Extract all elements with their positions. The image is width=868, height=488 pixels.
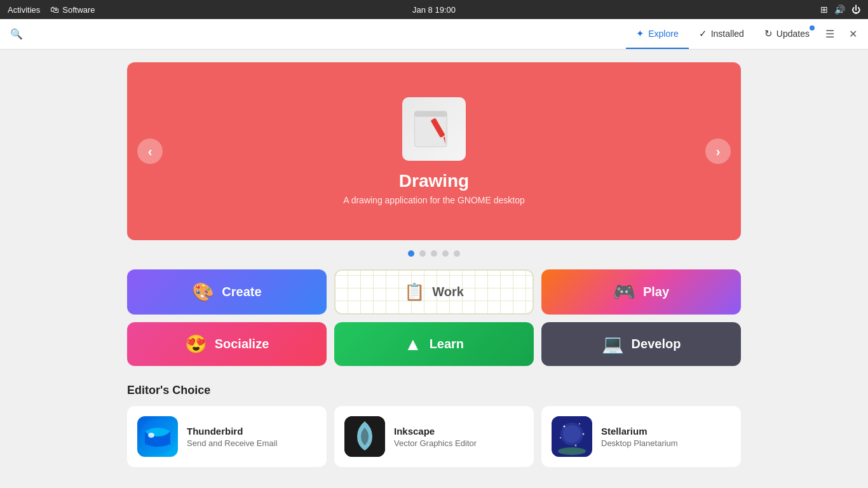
category-socialize[interactable]: 😍 Socialize [127, 322, 327, 366]
svg-point-14 [575, 445, 577, 447]
dot-5[interactable] [454, 250, 460, 257]
thunderbird-desc: Send and Receive Email [187, 438, 277, 448]
inkscape-info: Inkscape Vector Graphics Editor [394, 426, 477, 448]
hero-carousel: ‹ Drawing A drawing application for the … [127, 62, 741, 240]
create-label: Create [222, 285, 261, 299]
tab-updates[interactable]: ↻ Updates [754, 19, 820, 49]
category-create[interactable]: 🎨 Create [127, 269, 327, 315]
tab-explore[interactable]: ✦ Explore [626, 19, 688, 49]
software-icon: 🛍 [50, 4, 59, 15]
power-icon: ⏻ [851, 4, 860, 15]
system-bar-left: Activities 🛍 Software [8, 4, 95, 15]
search-icon: 🔍 [10, 28, 23, 40]
editors-choice-grid: Thunderbird Send and Receive Email Inksc… [127, 406, 741, 467]
develop-label: Develop [632, 337, 681, 351]
software-label: Software [62, 5, 95, 15]
explore-icon: ✦ [636, 28, 644, 39]
dot-2[interactable] [419, 250, 426, 257]
app-bar-right: ☰ ✕ [820, 24, 863, 44]
create-icon: 🎨 [192, 281, 214, 302]
svg-point-15 [558, 447, 586, 455]
thunderbird-icon [137, 416, 178, 457]
inkscape-name: Inkscape [394, 426, 477, 437]
socialize-icon: 😍 [185, 334, 207, 355]
category-develop[interactable]: 💻 Develop [541, 322, 741, 366]
category-work[interactable]: 📋 Work [334, 269, 534, 315]
main-content: ‹ Drawing A drawing application for the … [0, 50, 868, 488]
svg-point-5 [148, 433, 154, 438]
carousel-app-icon [402, 97, 466, 161]
inkscape-svg [344, 416, 385, 457]
thunderbird-info: Thunderbird Send and Receive Email [187, 426, 277, 448]
stellarium-info: Stellarium Desktop Planetarium [601, 426, 678, 448]
carousel-subtitle: A drawing application for the GNOME desk… [343, 195, 525, 205]
work-label: Work [432, 285, 464, 299]
svg-point-13 [560, 437, 561, 438]
app-card-thunderbird[interactable]: Thunderbird Send and Receive Email [127, 406, 327, 467]
system-bar-right: ⊞ 🔊 ⏻ [820, 4, 860, 15]
app-bar: 🔍 ✦ Explore ✓ Installed ↻ Updates ☰ ✕ [0, 19, 868, 50]
datetime: Jan 8 19:00 [412, 5, 456, 15]
play-label: Play [643, 285, 669, 299]
explore-label: Explore [648, 29, 678, 39]
updates-dot [810, 25, 815, 30]
learn-icon: ▲ [404, 334, 422, 355]
carousel-prev-button[interactable]: ‹ [137, 139, 163, 164]
network-icon: ⊞ [820, 4, 828, 15]
svg-point-10 [564, 426, 566, 428]
carousel-dots [127, 250, 741, 257]
app-card-stellarium[interactable]: Stellarium Desktop Planetarium [541, 406, 741, 467]
stellarium-name: Stellarium [601, 426, 678, 437]
volume-icon: 🔊 [834, 4, 845, 15]
updates-label: Updates [776, 29, 810, 39]
close-button[interactable]: ✕ [843, 24, 863, 44]
svg-point-9 [563, 425, 581, 443]
tab-installed[interactable]: ✓ Installed [689, 19, 754, 49]
carousel-title: Drawing [399, 171, 469, 191]
thunderbird-svg [137, 416, 178, 457]
nav-tabs: ✦ Explore ✓ Installed ↻ Updates [626, 19, 820, 49]
stellarium-desc: Desktop Planetarium [601, 438, 678, 448]
installed-label: Installed [711, 29, 744, 39]
menu-button[interactable]: ☰ [820, 24, 840, 44]
learn-label: Learn [430, 337, 464, 351]
develop-icon: 💻 [602, 334, 624, 355]
search-button[interactable]: 🔍 [5, 23, 28, 46]
socialize-label: Socialize [215, 337, 269, 351]
stellarium-svg [552, 416, 592, 457]
editors-choice-title: Editor's Choice [127, 384, 741, 397]
app-card-inkscape[interactable]: Inkscape Vector Graphics Editor [334, 406, 534, 467]
category-learn[interactable]: ▲ Learn [334, 322, 534, 366]
dot-4[interactable] [442, 250, 449, 257]
search-input[interactable] [28, 29, 626, 39]
editors-choice-section: Editor's Choice Thunderbird Send and Rec… [127, 384, 741, 467]
activities-button[interactable]: Activities [8, 5, 40, 15]
inkscape-icon [344, 416, 385, 457]
category-grid: 🎨 Create 📋 Work 🎮 Play 😍 Socialize ▲ Lea… [127, 269, 741, 366]
svg-rect-1 [414, 111, 447, 117]
inkscape-desc: Vector Graphics Editor [394, 438, 477, 448]
dot-1[interactable] [408, 250, 414, 257]
thunderbird-name: Thunderbird [187, 426, 277, 437]
carousel-next-button[interactable]: › [705, 139, 731, 164]
svg-point-11 [579, 423, 580, 424]
system-bar: Activities 🛍 Software Jan 8 19:00 ⊞ 🔊 ⏻ [0, 0, 868, 19]
dot-3[interactable] [431, 250, 437, 257]
installed-icon: ✓ [699, 28, 707, 39]
drawing-app-svg [412, 107, 456, 151]
svg-point-12 [583, 433, 585, 435]
carousel-content: Drawing A drawing application for the GN… [343, 97, 525, 205]
work-icon: 📋 [404, 282, 424, 302]
category-play[interactable]: 🎮 Play [541, 269, 741, 315]
software-button[interactable]: 🛍 Software [50, 4, 95, 15]
stellarium-icon [552, 416, 592, 457]
play-icon: 🎮 [613, 281, 635, 302]
updates-icon: ↻ [764, 28, 773, 39]
